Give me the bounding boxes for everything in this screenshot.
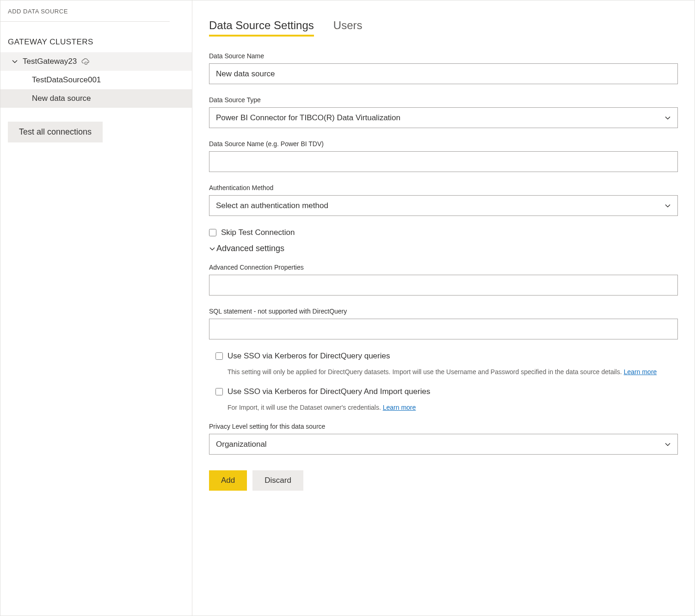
main-panel: Data Source Settings Users Data Source N…: [192, 0, 695, 616]
sidebar-header: ADD DATA SOURCE: [0, 0, 170, 22]
cluster-item-testgateway23[interactable]: TestGateway23: [0, 52, 192, 71]
datasource-list: TestDataSource001 New data source: [0, 71, 192, 108]
data-source-name-2-label: Data Source Name (e.g. Power BI TDV): [209, 140, 678, 148]
data-source-name-input[interactable]: [209, 63, 678, 84]
authentication-method-select[interactable]: Select an authentication method: [209, 195, 678, 216]
cluster-list: TestGateway23: [0, 52, 192, 71]
sidebar-item-new-data-source[interactable]: New data source: [0, 89, 192, 108]
sso-kerberos-dq-import-block: Use SSO via Kerberos for DirectQuery And…: [215, 387, 678, 413]
data-source-name-label: Data Source Name: [209, 52, 678, 60]
cluster-name: TestGateway23: [23, 57, 77, 66]
skip-test-connection-checkbox[interactable]: [209, 229, 216, 236]
sidebar-item-testdatasource001[interactable]: TestDataSource001: [0, 71, 192, 89]
skip-test-connection-row: Skip Test Connection: [209, 228, 678, 237]
data-source-type-label: Data Source Type: [209, 96, 678, 104]
privacy-level-select[interactable]: Organizational: [209, 434, 678, 455]
data-source-name-2-input[interactable]: [209, 151, 678, 172]
discard-button[interactable]: Discard: [252, 470, 303, 491]
field-block-authentication-method: Authentication Method Select an authenti…: [209, 184, 678, 216]
field-block-data-source-name: Data Source Name: [209, 52, 678, 84]
sso-kerberos-dq-label[interactable]: Use SSO via Kerberos for DirectQuery que…: [228, 351, 390, 361]
chevron-down-icon: [12, 58, 18, 65]
field-block-data-source-type: Data Source Type Power BI Connector for …: [209, 96, 678, 128]
field-block-advanced-connection-properties: Advanced Connection Properties: [209, 264, 678, 296]
privacy-level-label: Privacy Level setting for this data sour…: [209, 423, 678, 430]
chevron-down-icon: [209, 246, 215, 252]
field-block-sql-statement: SQL statement - not supported with Direc…: [209, 308, 678, 339]
advanced-settings-label: Advanced settings: [216, 244, 284, 253]
sso-kerberos-dq-import-help: For Import, it will use the Dataset owne…: [228, 403, 678, 413]
advanced-connection-properties-label: Advanced Connection Properties: [209, 264, 678, 271]
field-block-data-source-name-2: Data Source Name (e.g. Power BI TDV): [209, 140, 678, 172]
sso-kerberos-dq-block: Use SSO via Kerberos for DirectQuery que…: [215, 351, 678, 377]
sidebar: ADD DATA SOURCE GATEWAY CLUSTERS TestGat…: [0, 0, 192, 616]
tab-bar: Data Source Settings Users: [209, 19, 678, 37]
tab-users[interactable]: Users: [333, 19, 363, 37]
sso-kerberos-dq-checkbox[interactable]: [215, 352, 223, 360]
data-source-type-select[interactable]: Power BI Connector for TIBCO(R) Data Vir…: [209, 107, 678, 128]
skip-test-connection-label[interactable]: Skip Test Connection: [221, 228, 295, 237]
sql-statement-label: SQL statement - not supported with Direc…: [209, 308, 678, 315]
gateway-clusters-heading: GATEWAY CLUSTERS: [0, 22, 192, 52]
add-data-source-title: ADD DATA SOURCE: [8, 8, 162, 15]
test-all-connections-button[interactable]: Test all connections: [8, 122, 103, 142]
advanced-connection-properties-input[interactable]: [209, 275, 678, 296]
sso-kerberos-dq-import-row: Use SSO via Kerberos for DirectQuery And…: [215, 387, 678, 396]
learn-more-link-1[interactable]: Learn more: [624, 368, 657, 376]
authentication-method-label: Authentication Method: [209, 184, 678, 191]
add-button[interactable]: Add: [209, 470, 247, 491]
cloud-sync-icon: [81, 58, 90, 65]
sql-statement-input[interactable]: [209, 319, 678, 339]
sso-kerberos-dq-row: Use SSO via Kerberos for DirectQuery que…: [215, 351, 678, 361]
sso-kerberos-dq-import-checkbox[interactable]: [215, 388, 223, 395]
tab-data-source-settings[interactable]: Data Source Settings: [209, 19, 314, 37]
sso-kerberos-dq-import-label[interactable]: Use SSO via Kerberos for DirectQuery And…: [228, 387, 430, 396]
form-button-row: Add Discard: [209, 470, 678, 491]
field-block-privacy-level: Privacy Level setting for this data sour…: [209, 423, 678, 455]
learn-more-link-2[interactable]: Learn more: [383, 404, 416, 411]
sso-kerberos-dq-help: This setting will only be applied for Di…: [228, 367, 678, 377]
advanced-settings-toggle[interactable]: Advanced settings: [209, 244, 284, 253]
